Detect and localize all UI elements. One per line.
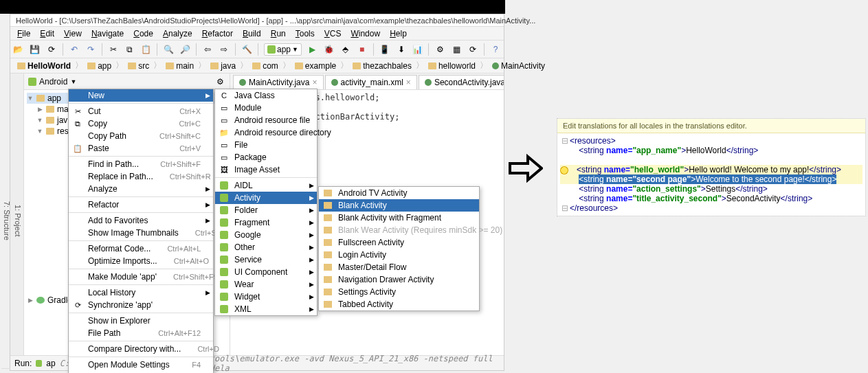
menu-item-other[interactable]: Other▶	[215, 241, 317, 253]
menu-item-google[interactable]: Google▶	[215, 229, 317, 241]
submenu-new[interactable]: CJava Class▭Module▭Android resource file…	[214, 89, 318, 316]
run-config-combo[interactable]: app ▼	[264, 43, 302, 56]
menu-tools[interactable]: Tools	[291, 27, 319, 40]
menu-item-java-class[interactable]: CJava Class	[215, 89, 317, 102]
close-icon[interactable]: ×	[312, 78, 317, 87]
run-icon[interactable]: ▶	[307, 44, 318, 55]
menu-item-find-in-path-[interactable]: Find in Path...Ctrl+Shift+F	[69, 158, 213, 170]
menu-item-image-asset[interactable]: 🖼Image Asset	[215, 163, 317, 176]
menu-item-ui-component[interactable]: UI Component▶	[215, 266, 317, 278]
menu-item-add-to-favorites[interactable]: Add to Favorites▶	[69, 214, 213, 227]
attach-icon[interactable]: ⬘	[340, 44, 351, 55]
sdk-icon[interactable]: ⬇	[396, 44, 407, 55]
menu-item-optimize-imports-[interactable]: Optimize Imports...Ctrl+Alt+O	[69, 255, 213, 267]
cut-icon[interactable]: ✂	[108, 44, 119, 55]
menu-code[interactable]: Code	[129, 27, 157, 40]
menu-item-file[interactable]: ▭File	[215, 139, 317, 151]
menu-window[interactable]: Window	[346, 27, 384, 40]
menu-item-navigation-drawer-activity[interactable]: Navigation Drawer Activity	[319, 273, 479, 286]
menu-item-replace-in-path-[interactable]: Replace in Path...Ctrl+Shift+R	[69, 170, 213, 183]
menu-item-file-path[interactable]: File PathCtrl+Alt+F12	[69, 327, 213, 339]
menu-view[interactable]: View	[60, 27, 86, 40]
menu-item-module[interactable]: ▭Module	[215, 102, 317, 114]
save-icon[interactable]: 💾	[30, 44, 41, 55]
sync-icon[interactable]: ⟳	[46, 44, 57, 55]
help-icon[interactable]: ?	[490, 44, 501, 55]
menu-item-fragment[interactable]: Fragment▶	[215, 216, 317, 229]
editor-tab-activity_main-xml[interactable]: activity_main.xml×	[325, 75, 417, 89]
sync2-icon[interactable]: ⟳	[467, 44, 478, 55]
menu-item-make-module-app-[interactable]: Make Module 'app'Ctrl+Shift+F9	[69, 271, 213, 283]
fwd-icon[interactable]: ⇨	[219, 44, 230, 55]
panel-header[interactable]: Android ▼ ⚙	[24, 74, 230, 90]
open-icon[interactable]: 📂	[13, 44, 24, 55]
close-icon[interactable]: ×	[406, 78, 411, 87]
menu-item-xml[interactable]: XML▶	[215, 303, 317, 315]
menu-item-show-in-explorer[interactable]: Show in Explorer	[69, 315, 213, 327]
menu-item-widget[interactable]: Widget▶	[215, 291, 317, 303]
run-tab[interactable]: ap	[46, 359, 55, 368]
menu-item-activity[interactable]: Activity▶	[215, 192, 317, 204]
menu-item-login-activity[interactable]: Login Activity	[319, 249, 479, 261]
menu-item-show-image-thumbnails[interactable]: Show Image ThumbnailsCtrl+Shift+T	[69, 227, 213, 239]
menu-item-tabbed-activity[interactable]: Tabbed Activity	[319, 298, 479, 310]
menu-item-open-module-settings[interactable]: Open Module SettingsF4	[69, 359, 213, 371]
menu-item-android-tv-activity[interactable]: Android TV Activity	[319, 187, 479, 199]
breadcrumb-src[interactable]: src	[124, 60, 153, 72]
redo-icon[interactable]: ↷	[85, 44, 96, 55]
copy-icon[interactable]: ⧉	[124, 44, 135, 55]
menu-item-copy-path[interactable]: Copy PathCtrl+Shift+C	[69, 130, 213, 142]
avd-icon[interactable]: 📱	[379, 44, 390, 55]
menu-item-master-detail-flow[interactable]: Master/Detail Flow	[319, 261, 479, 273]
breadcrumb-example[interactable]: example	[291, 60, 340, 72]
undo-icon[interactable]: ↶	[69, 44, 80, 55]
build-icon[interactable]: 🔨	[241, 44, 252, 55]
menu-item-compare-directory-with-[interactable]: Compare Directory with...Ctrl+D	[69, 343, 213, 355]
menu-item-new[interactable]: New▶	[69, 89, 213, 102]
menu-help[interactable]: Help	[386, 27, 411, 40]
find-icon[interactable]: 🔍	[163, 44, 174, 55]
breadcrumb-helloworld[interactable]: HelloWorld	[13, 60, 75, 72]
back-icon[interactable]: ⇦	[202, 44, 213, 55]
menu-item-paste[interactable]: 📋PasteCtrl+V	[69, 142, 213, 155]
menu-item-wear[interactable]: Wear▶	[215, 278, 317, 291]
menu-item-synchronize-app-[interactable]: ⟳Synchronize 'app'	[69, 299, 213, 311]
menu-item-android-resource-directory[interactable]: 📁Android resource directory	[215, 126, 317, 139]
menu-edit[interactable]: Edit	[36, 27, 58, 40]
menu-item-analyze[interactable]: Analyze▶	[69, 183, 213, 195]
submenu-activity[interactable]: Android TV ActivityBlank ActivityBlank A…	[318, 186, 480, 311]
menu-refactor[interactable]: Refactor	[198, 27, 237, 40]
breadcrumb-main[interactable]: main	[162, 60, 198, 72]
replace-icon[interactable]: 🔎	[179, 44, 190, 55]
breadcrumb-java[interactable]: java	[206, 60, 240, 72]
left-tab-project[interactable]: 1: Project	[12, 74, 23, 369]
debug-icon[interactable]: 🐞	[324, 44, 335, 55]
menu-item-local-history[interactable]: Local History▶	[69, 286, 213, 299]
stop-icon[interactable]: ■	[357, 44, 368, 55]
breadcrumb-com[interactable]: com	[248, 60, 282, 72]
translations-banner[interactable]: Edit translations for all locales in the…	[557, 119, 865, 133]
breadcrumb-app[interactable]: app	[83, 60, 115, 72]
breadcrumb-thezachbales[interactable]: thezachbales	[348, 60, 416, 72]
menu-item-aidl[interactable]: AIDL▶	[215, 179, 317, 192]
struct-icon[interactable]: ▦	[451, 44, 462, 55]
xml-editor[interactable]: ⊟<resources> <string name="app_name">Hel…	[557, 133, 865, 216]
menu-item-fullscreen-activity[interactable]: Fullscreen Activity	[319, 236, 479, 249]
menu-item-package[interactable]: ▭Package	[215, 151, 317, 163]
menu-build[interactable]: Build	[238, 27, 265, 40]
gear-icon[interactable]: ⚙	[214, 76, 225, 87]
menu-item-copy[interactable]: ⧉CopyCtrl+C	[69, 117, 213, 130]
breadcrumb-mainactivity[interactable]: MainActivity	[488, 60, 549, 72]
paste-icon[interactable]: 📋	[140, 44, 151, 55]
menu-item-blank-activity-with-fragment[interactable]: Blank Activity with Fragment	[319, 212, 479, 224]
breadcrumb-helloworld[interactable]: helloworld	[424, 60, 480, 72]
editor-tab-secondactivity-java[interactable]: SecondActivity.java×	[419, 75, 504, 89]
menu-item-blank-activity[interactable]: Blank Activity	[319, 199, 479, 212]
menu-item-refactor[interactable]: Refactor▶	[69, 199, 213, 211]
bulb-icon[interactable]	[560, 166, 568, 174]
menu-run[interactable]: Run	[267, 27, 290, 40]
menu-file[interactable]: File	[13, 27, 34, 40]
editor-tab-mainactivity-java[interactable]: MainActivity.java×	[233, 75, 324, 89]
menu-item-folder[interactable]: Folder▶	[215, 204, 317, 216]
menubar[interactable]: FileEditViewNavigateCodeAnalyzeRefactorB…	[10, 27, 504, 41]
